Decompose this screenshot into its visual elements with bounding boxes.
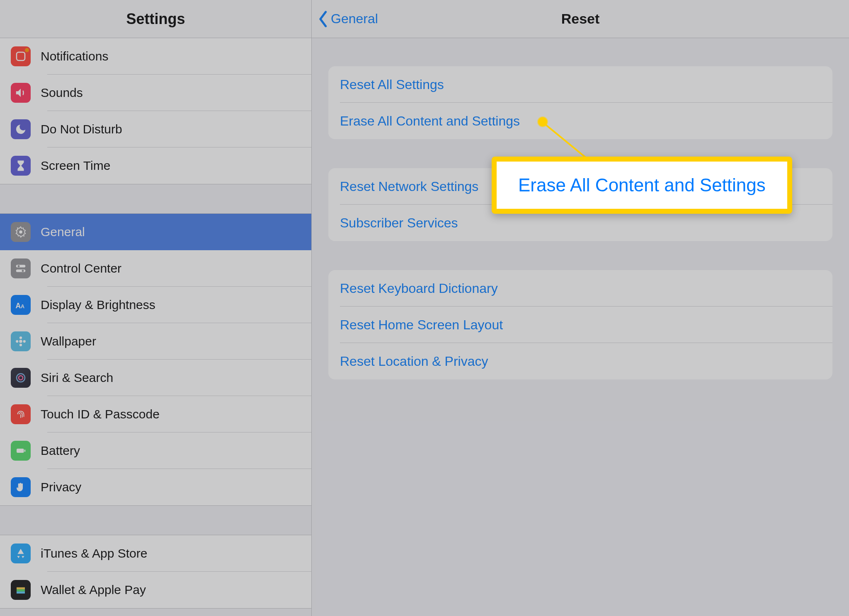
app-root: Settings Notifications Sounds Do [0, 0, 849, 616]
svg-text:A: A [21, 304, 24, 309]
svg-rect-15 [17, 449, 24, 453]
sidebar-header: Settings [0, 0, 311, 38]
callout-box: Erase All Content and Settings [492, 157, 792, 214]
flower-icon [11, 331, 31, 351]
sidebar-item-notifications[interactable]: Notifications [0, 38, 311, 75]
sidebar-item-label: Siri & Search [41, 371, 113, 385]
erase-all-content[interactable]: Erase All Content and Settings [328, 103, 832, 139]
svg-rect-3 [16, 270, 26, 272]
svg-point-10 [19, 344, 22, 346]
appstore-icon [11, 544, 31, 563]
hand-icon [11, 477, 31, 497]
svg-rect-19 [17, 592, 25, 594]
sidebar-item-touchid[interactable]: Touch ID & Passcode [0, 396, 311, 432]
svg-rect-17 [17, 587, 25, 589]
sidebar-item-label: Privacy [41, 480, 81, 494]
sidebar-group-3: iTunes & App Store Wallet & Apple Pay [0, 535, 311, 609]
sidebar-item-label: Notifications [41, 49, 108, 63]
chevron-left-icon [318, 11, 329, 27]
sidebar-item-label: Do Not Disturb [41, 122, 122, 136]
svg-point-1 [19, 230, 22, 234]
sidebar-item-general[interactable]: General [0, 214, 311, 250]
svg-point-11 [16, 340, 18, 343]
sidebar-item-label: Screen Time [41, 159, 110, 173]
svg-rect-18 [17, 589, 25, 592]
sidebar-item-label: Display & Brightness [41, 298, 155, 312]
sidebar-title: Settings [126, 10, 185, 28]
battery-icon [11, 441, 31, 461]
svg-rect-0 [17, 52, 25, 60]
callout-dot [538, 117, 547, 126]
svg-point-9 [19, 336, 22, 339]
back-label: General [331, 11, 378, 27]
sidebar-item-label: Wallpaper [41, 334, 96, 348]
back-button[interactable]: General [312, 11, 378, 27]
sidebar-item-label: Touch ID & Passcode [41, 407, 160, 421]
sidebar-item-wallet[interactable]: Wallet & Apple Pay [0, 572, 311, 608]
svg-rect-16 [24, 450, 26, 452]
sounds-icon [11, 83, 31, 103]
svg-point-8 [19, 340, 22, 343]
reset-location-privacy[interactable]: Reset Location & Privacy [328, 343, 832, 379]
svg-point-13 [17, 374, 25, 382]
settings-sidebar: Settings Notifications Sounds Do [0, 0, 312, 616]
sidebar-item-label: Control Center [41, 261, 121, 275]
gear-icon [11, 222, 31, 242]
detail-title: Reset [561, 11, 600, 27]
svg-point-12 [23, 340, 26, 343]
sidebar-item-sounds[interactable]: Sounds [0, 75, 311, 111]
svg-point-4 [18, 265, 20, 267]
siri-icon [11, 368, 31, 388]
moon-icon [11, 119, 31, 139]
sidebar-item-display[interactable]: AA Display & Brightness [0, 287, 311, 323]
sidebar-group-1: Notifications Sounds Do Not Disturb Scre… [0, 38, 311, 184]
hourglass-icon [11, 156, 31, 176]
reset-keyboard-dictionary[interactable]: Reset Keyboard Dictionary [328, 270, 832, 307]
reset-group-1: Reset All Settings Erase All Content and… [328, 66, 832, 139]
detail-header: General Reset [312, 0, 849, 38]
svg-point-14 [19, 376, 23, 380]
detail-pane: General Reset Reset All Settings Erase A… [312, 0, 849, 616]
toggle-icon [11, 258, 31, 278]
sidebar-item-label: iTunes & App Store [41, 546, 147, 560]
svg-point-5 [22, 270, 24, 272]
callout-text: Erase All Content and Settings [518, 175, 766, 195]
sidebar-item-itunes[interactable]: iTunes & App Store [0, 535, 311, 572]
sidebar-item-label: General [41, 225, 85, 239]
svg-text:A: A [16, 302, 21, 310]
sidebar-item-control-center[interactable]: Control Center [0, 250, 311, 287]
notifications-icon [11, 46, 31, 66]
sidebar-item-wallpaper[interactable]: Wallpaper [0, 323, 311, 360]
detail-body: Reset All Settings Erase All Content and… [312, 38, 849, 408]
reset-group-3: Reset Keyboard Dictionary Reset Home Scr… [328, 270, 832, 379]
sidebar-item-privacy[interactable]: Privacy [0, 469, 311, 505]
sidebar-item-dnd[interactable]: Do Not Disturb [0, 111, 311, 147]
fingerprint-icon [11, 404, 31, 424]
sidebar-group-2: General Control Center AA Display & Brig… [0, 213, 311, 506]
reset-home-screen-layout[interactable]: Reset Home Screen Layout [328, 307, 832, 343]
sidebar-item-siri[interactable]: Siri & Search [0, 360, 311, 396]
sidebar-item-label: Wallet & Apple Pay [41, 583, 146, 597]
text-size-icon: AA [11, 295, 31, 315]
sidebar-item-label: Battery [41, 444, 80, 458]
svg-rect-2 [16, 265, 26, 267]
sidebar-item-label: Sounds [41, 86, 83, 100]
sidebar-item-screentime[interactable]: Screen Time [0, 147, 311, 184]
reset-all-settings[interactable]: Reset All Settings [328, 66, 832, 103]
wallet-icon [11, 580, 31, 600]
sidebar-item-battery[interactable]: Battery [0, 432, 311, 469]
